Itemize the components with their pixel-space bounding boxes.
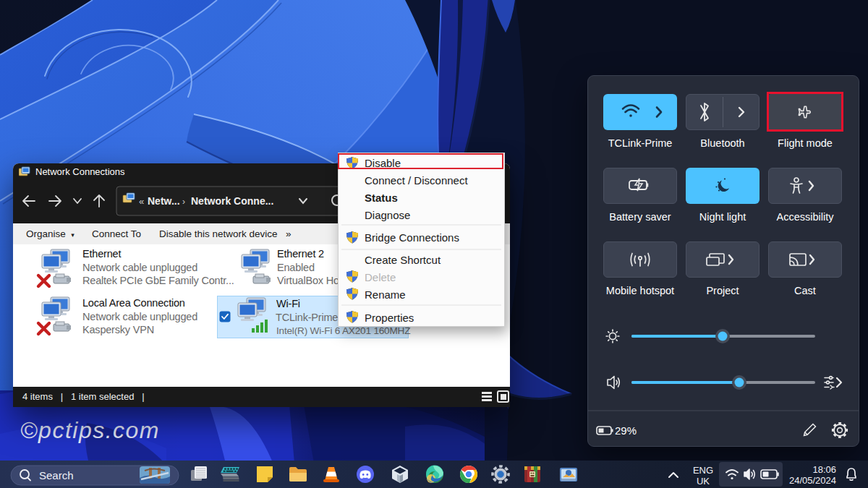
svg-text:UK: UK [697,476,710,487]
svg-text:ENG: ENG [693,465,713,476]
svg-text:24/05/2024: 24/05/2024 [789,475,836,486]
svg-text:18:06: 18:06 [812,464,836,475]
svg-text:29%: 29% [615,424,637,437]
svg-text:Search: Search [39,469,74,481]
